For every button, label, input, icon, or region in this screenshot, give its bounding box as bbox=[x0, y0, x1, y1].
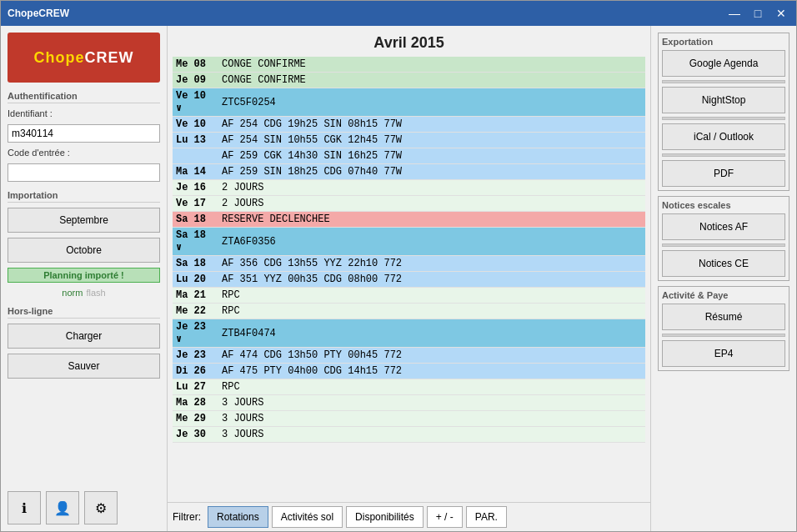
table-row: AF 259 CGK 14h30 SIN 16h25 77W bbox=[173, 148, 645, 164]
logo: ChopeCREW bbox=[8, 33, 160, 83]
activite-label: Activité & Paye bbox=[662, 290, 785, 300]
table-row: Ma 14AF 259 SIN 18h25 CDG 07h40 77W bbox=[173, 164, 645, 180]
filter-plusminus[interactable]: + / - bbox=[427, 506, 463, 528]
hors-ligne-label: Hors-ligne bbox=[8, 306, 160, 319]
filter-rotations[interactable]: Rotations bbox=[208, 506, 268, 528]
row-content: ZTB4F0474 bbox=[218, 319, 645, 348]
row-day: Ve 10 bbox=[173, 117, 218, 133]
maximize-button[interactable]: □ bbox=[749, 7, 766, 20]
spacer-2 bbox=[662, 117, 785, 120]
row-content: CONGE CONFIRME bbox=[218, 57, 645, 73]
app-title: ChopeCREW bbox=[8, 8, 726, 19]
table-row: Je 162 JOURS bbox=[173, 180, 645, 196]
table-row: Me 08CONGE CONFIRME bbox=[173, 57, 645, 73]
row-content: 2 JOURS bbox=[218, 196, 645, 212]
id-input[interactable] bbox=[8, 124, 160, 143]
table-row: Ve 10AF 254 CDG 19h25 SIN 08h15 77W bbox=[173, 117, 645, 133]
center-panel: Avril 2015 Me 08CONGE CONFIRMEJe 09CONGE… bbox=[168, 26, 650, 531]
gear-icon-button[interactable]: ⚙ bbox=[84, 491, 118, 524]
notices-label: Notices escales bbox=[662, 200, 785, 210]
title-bar: ChopeCREW — □ ✕ bbox=[1, 1, 796, 26]
row-content: RPC bbox=[218, 288, 645, 304]
row-day: Me 29 bbox=[173, 411, 218, 427]
notices-af-button[interactable]: Notices AF bbox=[662, 213, 785, 240]
notices-section: Notices escales Notices AF Notices CE bbox=[658, 196, 789, 281]
close-button[interactable]: ✕ bbox=[773, 7, 789, 20]
row-day: Ma 14 bbox=[173, 164, 218, 180]
nightstop-button[interactable]: NightStop bbox=[662, 87, 785, 113]
spacer-5 bbox=[662, 334, 785, 337]
row-content: 2 JOURS bbox=[218, 180, 645, 196]
planning-imported-label: Planning importé ! bbox=[8, 268, 160, 283]
row-content: 3 JOURS bbox=[218, 427, 645, 443]
spacer-3 bbox=[662, 153, 785, 157]
filter-label: Filtrer: bbox=[173, 511, 201, 523]
schedule-header: Avril 2015 bbox=[168, 26, 650, 57]
row-content: AF 356 CDG 13h55 YYZ 22h10 772 bbox=[218, 256, 645, 272]
table-row: Me 22RPC bbox=[173, 304, 645, 319]
filter-dispo[interactable]: Disponibilités bbox=[346, 506, 424, 528]
activite-section: Activité & Paye Résumé EP4 bbox=[658, 286, 789, 371]
row-day: Sa 18 ∨ bbox=[173, 228, 218, 256]
spacer-4 bbox=[662, 243, 785, 247]
exportation-label: Exportation bbox=[662, 37, 785, 47]
charger-button[interactable]: Charger bbox=[8, 324, 160, 349]
ep4-button[interactable]: EP4 bbox=[662, 340, 785, 367]
table-row: Sa 18 ∨ZTA6F0356 bbox=[173, 228, 645, 256]
filter-activites[interactable]: Activités sol bbox=[272, 506, 343, 528]
info-icon-button[interactable]: ℹ bbox=[8, 491, 41, 524]
row-content: ZTA6F0356 bbox=[218, 228, 645, 256]
row-content: RPC bbox=[218, 379, 645, 395]
google-agenda-button[interactable]: Google Agenda bbox=[662, 50, 785, 77]
import-section-label: Importation bbox=[8, 190, 160, 203]
table-row: Je 303 JOURS bbox=[173, 427, 645, 443]
ical-button[interactable]: iCal / Outlook bbox=[662, 123, 785, 150]
table-row: Lu 20AF 351 YYZ 00h35 CDG 08h00 772 bbox=[173, 272, 645, 288]
main-window: ChopeCREW — □ ✕ ChopeCREW Authentificati… bbox=[0, 0, 797, 532]
row-day: Je 23 bbox=[173, 348, 218, 364]
filter-par[interactable]: PAR. bbox=[466, 506, 507, 528]
row-content: CONGE CONFIRME bbox=[218, 73, 645, 88]
sauver-button[interactable]: Sauver bbox=[8, 354, 160, 379]
row-content: AF 254 SIN 10h55 CGK 12h45 77W bbox=[218, 133, 645, 148]
table-row: Sa 18RESERVE DECLENCHEE bbox=[173, 212, 645, 228]
row-content: AF 475 PTY 04h00 CDG 14h15 772 bbox=[218, 364, 645, 379]
row-content: 3 JOURS bbox=[218, 411, 645, 427]
row-day: Je 16 bbox=[173, 180, 218, 196]
exportation-section: Exportation Google Agenda NightStop iCal… bbox=[658, 33, 789, 191]
row-day: Di 26 bbox=[173, 364, 218, 379]
notices-ce-button[interactable]: Notices CE bbox=[662, 250, 785, 277]
bottom-icons-bar: ℹ 👤 ⚙ bbox=[8, 491, 160, 524]
row-content: RESERVE DECLENCHEE bbox=[218, 212, 645, 228]
row-content: AF 254 CDG 19h25 SIN 08h15 77W bbox=[218, 117, 645, 133]
row-day bbox=[173, 148, 218, 164]
row-day: Je 23 ∨ bbox=[173, 319, 218, 348]
row-content: AF 259 CGK 14h30 SIN 16h25 77W bbox=[218, 148, 645, 164]
row-day: Sa 18 bbox=[173, 212, 218, 228]
table-row: Je 23 ∨ZTB4F0474 bbox=[173, 319, 645, 348]
schedule-table[interactable]: Me 08CONGE CONFIRMEJe 09CONGE CONFIRMEVe… bbox=[173, 57, 645, 502]
row-content: RPC bbox=[218, 304, 645, 319]
pdf-button[interactable]: PDF bbox=[662, 160, 785, 187]
row-day: Me 22 bbox=[173, 304, 218, 319]
row-day: Ma 21 bbox=[173, 288, 218, 304]
table-row: Je 09CONGE CONFIRME bbox=[173, 73, 645, 88]
code-input[interactable] bbox=[8, 163, 160, 182]
table-row: Sa 18AF 356 CDG 13h55 YYZ 22h10 772 bbox=[173, 256, 645, 272]
code-label: Code d'entrée : bbox=[8, 148, 160, 158]
user-icon-button[interactable]: 👤 bbox=[46, 491, 79, 524]
row-content: AF 474 CDG 13h50 PTY 00h45 772 bbox=[218, 348, 645, 364]
table-row: Je 23AF 474 CDG 13h50 PTY 00h45 772 bbox=[173, 348, 645, 364]
flash-label: flash bbox=[86, 288, 105, 298]
row-day: Ma 28 bbox=[173, 395, 218, 411]
table-row: Ve 172 JOURS bbox=[173, 196, 645, 212]
minimize-button[interactable]: — bbox=[726, 7, 743, 20]
row-day: Lu 27 bbox=[173, 379, 218, 395]
resume-button[interactable]: Résumé bbox=[662, 304, 785, 330]
row-content: 3 JOURS bbox=[218, 395, 645, 411]
row-content: ZTC5F0254 bbox=[218, 88, 645, 117]
octobre-button[interactable]: Octobre bbox=[8, 238, 160, 263]
auth-section-label: Authentification bbox=[8, 91, 160, 103]
septembre-button[interactable]: Septembre bbox=[8, 208, 160, 233]
table-row: Me 293 JOURS bbox=[173, 411, 645, 427]
